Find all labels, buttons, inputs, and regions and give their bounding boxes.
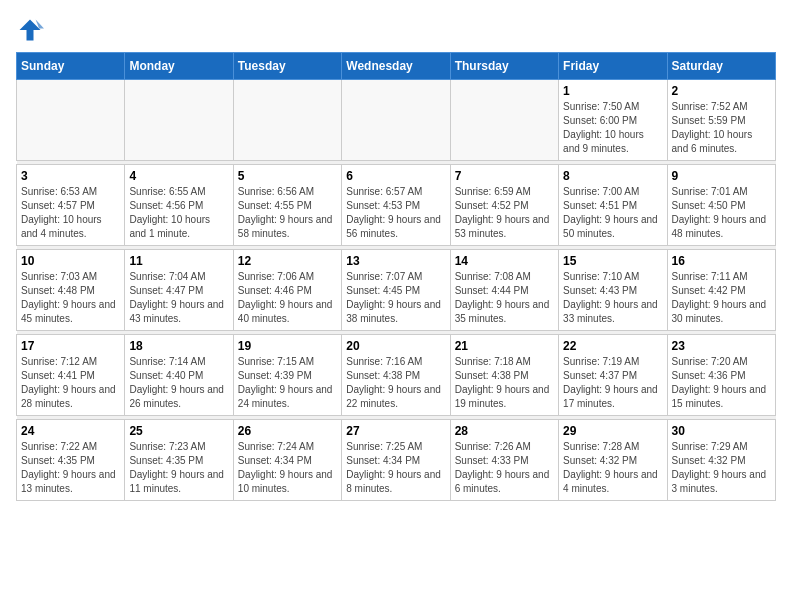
day-info: Sunrise: 7:52 AM Sunset: 5:59 PM Dayligh… [672,100,771,156]
day-info: Sunrise: 6:55 AM Sunset: 4:56 PM Dayligh… [129,185,228,241]
day-number: 19 [238,339,337,353]
calendar-cell [342,80,450,161]
calendar-cell: 4Sunrise: 6:55 AM Sunset: 4:56 PM Daylig… [125,165,233,246]
calendar-cell: 9Sunrise: 7:01 AM Sunset: 4:50 PM Daylig… [667,165,775,246]
calendar-cell: 5Sunrise: 6:56 AM Sunset: 4:55 PM Daylig… [233,165,341,246]
calendar-cell: 28Sunrise: 7:26 AM Sunset: 4:33 PM Dayli… [450,420,558,501]
day-info: Sunrise: 7:22 AM Sunset: 4:35 PM Dayligh… [21,440,120,496]
day-info: Sunrise: 7:19 AM Sunset: 4:37 PM Dayligh… [563,355,662,411]
day-info: Sunrise: 6:53 AM Sunset: 4:57 PM Dayligh… [21,185,120,241]
day-number: 29 [563,424,662,438]
day-number: 10 [21,254,120,268]
day-info: Sunrise: 7:16 AM Sunset: 4:38 PM Dayligh… [346,355,445,411]
day-info: Sunrise: 7:01 AM Sunset: 4:50 PM Dayligh… [672,185,771,241]
day-number: 20 [346,339,445,353]
day-info: Sunrise: 7:25 AM Sunset: 4:34 PM Dayligh… [346,440,445,496]
calendar-cell: 25Sunrise: 7:23 AM Sunset: 4:35 PM Dayli… [125,420,233,501]
calendar-cell: 19Sunrise: 7:15 AM Sunset: 4:39 PM Dayli… [233,335,341,416]
day-info: Sunrise: 7:11 AM Sunset: 4:42 PM Dayligh… [672,270,771,326]
calendar-cell: 12Sunrise: 7:06 AM Sunset: 4:46 PM Dayli… [233,250,341,331]
day-info: Sunrise: 7:50 AM Sunset: 6:00 PM Dayligh… [563,100,662,156]
day-number: 6 [346,169,445,183]
page-header [16,16,776,44]
calendar-cell: 1Sunrise: 7:50 AM Sunset: 6:00 PM Daylig… [559,80,667,161]
day-number: 18 [129,339,228,353]
day-info: Sunrise: 7:26 AM Sunset: 4:33 PM Dayligh… [455,440,554,496]
day-info: Sunrise: 7:00 AM Sunset: 4:51 PM Dayligh… [563,185,662,241]
day-info: Sunrise: 7:07 AM Sunset: 4:45 PM Dayligh… [346,270,445,326]
day-info: Sunrise: 7:06 AM Sunset: 4:46 PM Dayligh… [238,270,337,326]
calendar-cell: 2Sunrise: 7:52 AM Sunset: 5:59 PM Daylig… [667,80,775,161]
calendar-day-header: Sunday [17,53,125,80]
day-info: Sunrise: 7:15 AM Sunset: 4:39 PM Dayligh… [238,355,337,411]
calendar-cell: 20Sunrise: 7:16 AM Sunset: 4:38 PM Dayli… [342,335,450,416]
calendar-day-header: Tuesday [233,53,341,80]
calendar-day-header: Wednesday [342,53,450,80]
day-number: 9 [672,169,771,183]
day-info: Sunrise: 7:08 AM Sunset: 4:44 PM Dayligh… [455,270,554,326]
calendar-day-header: Thursday [450,53,558,80]
day-info: Sunrise: 7:29 AM Sunset: 4:32 PM Dayligh… [672,440,771,496]
calendar-day-header: Friday [559,53,667,80]
day-number: 7 [455,169,554,183]
day-number: 8 [563,169,662,183]
calendar-week-row: 17Sunrise: 7:12 AM Sunset: 4:41 PM Dayli… [17,335,776,416]
day-number: 17 [21,339,120,353]
calendar-cell: 3Sunrise: 6:53 AM Sunset: 4:57 PM Daylig… [17,165,125,246]
calendar-cell: 10Sunrise: 7:03 AM Sunset: 4:48 PM Dayli… [17,250,125,331]
calendar-cell: 26Sunrise: 7:24 AM Sunset: 4:34 PM Dayli… [233,420,341,501]
day-number: 2 [672,84,771,98]
day-number: 14 [455,254,554,268]
day-number: 28 [455,424,554,438]
logo [16,16,48,44]
calendar-cell: 24Sunrise: 7:22 AM Sunset: 4:35 PM Dayli… [17,420,125,501]
calendar-week-row: 3Sunrise: 6:53 AM Sunset: 4:57 PM Daylig… [17,165,776,246]
day-number: 11 [129,254,228,268]
calendar-cell [17,80,125,161]
day-info: Sunrise: 6:57 AM Sunset: 4:53 PM Dayligh… [346,185,445,241]
day-number: 5 [238,169,337,183]
calendar-cell: 11Sunrise: 7:04 AM Sunset: 4:47 PM Dayli… [125,250,233,331]
day-number: 21 [455,339,554,353]
calendar-cell [450,80,558,161]
day-info: Sunrise: 7:20 AM Sunset: 4:36 PM Dayligh… [672,355,771,411]
day-info: Sunrise: 6:56 AM Sunset: 4:55 PM Dayligh… [238,185,337,241]
day-number: 22 [563,339,662,353]
day-number: 23 [672,339,771,353]
day-info: Sunrise: 7:23 AM Sunset: 4:35 PM Dayligh… [129,440,228,496]
logo-icon [16,16,44,44]
calendar: SundayMondayTuesdayWednesdayThursdayFrid… [16,52,776,501]
calendar-cell: 8Sunrise: 7:00 AM Sunset: 4:51 PM Daylig… [559,165,667,246]
day-number: 4 [129,169,228,183]
day-number: 16 [672,254,771,268]
calendar-cell: 17Sunrise: 7:12 AM Sunset: 4:41 PM Dayli… [17,335,125,416]
calendar-cell: 29Sunrise: 7:28 AM Sunset: 4:32 PM Dayli… [559,420,667,501]
calendar-day-header: Saturday [667,53,775,80]
calendar-cell: 13Sunrise: 7:07 AM Sunset: 4:45 PM Dayli… [342,250,450,331]
calendar-cell [233,80,341,161]
day-info: Sunrise: 7:03 AM Sunset: 4:48 PM Dayligh… [21,270,120,326]
calendar-cell: 21Sunrise: 7:18 AM Sunset: 4:38 PM Dayli… [450,335,558,416]
calendar-cell: 27Sunrise: 7:25 AM Sunset: 4:34 PM Dayli… [342,420,450,501]
calendar-week-row: 1Sunrise: 7:50 AM Sunset: 6:00 PM Daylig… [17,80,776,161]
day-number: 25 [129,424,228,438]
calendar-cell: 14Sunrise: 7:08 AM Sunset: 4:44 PM Dayli… [450,250,558,331]
calendar-cell: 30Sunrise: 7:29 AM Sunset: 4:32 PM Dayli… [667,420,775,501]
day-number: 27 [346,424,445,438]
day-number: 1 [563,84,662,98]
day-number: 3 [21,169,120,183]
calendar-cell: 7Sunrise: 6:59 AM Sunset: 4:52 PM Daylig… [450,165,558,246]
day-number: 26 [238,424,337,438]
day-number: 15 [563,254,662,268]
day-number: 24 [21,424,120,438]
calendar-header-row: SundayMondayTuesdayWednesdayThursdayFrid… [17,53,776,80]
day-info: Sunrise: 7:04 AM Sunset: 4:47 PM Dayligh… [129,270,228,326]
day-number: 12 [238,254,337,268]
calendar-cell: 15Sunrise: 7:10 AM Sunset: 4:43 PM Dayli… [559,250,667,331]
day-number: 13 [346,254,445,268]
calendar-cell: 23Sunrise: 7:20 AM Sunset: 4:36 PM Dayli… [667,335,775,416]
calendar-cell: 22Sunrise: 7:19 AM Sunset: 4:37 PM Dayli… [559,335,667,416]
day-info: Sunrise: 7:24 AM Sunset: 4:34 PM Dayligh… [238,440,337,496]
calendar-day-header: Monday [125,53,233,80]
day-info: Sunrise: 6:59 AM Sunset: 4:52 PM Dayligh… [455,185,554,241]
